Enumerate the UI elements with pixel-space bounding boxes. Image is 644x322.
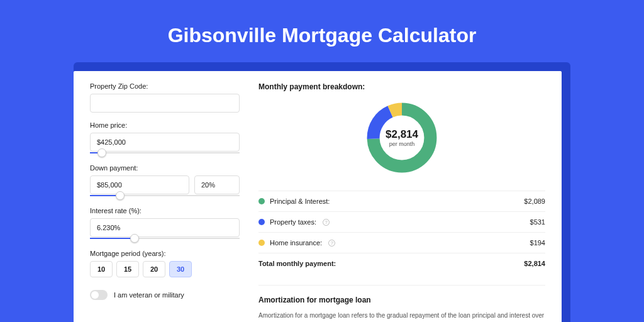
donut-center: $2,814 per month	[364, 100, 440, 175]
info-icon[interactable]: ?	[323, 219, 330, 226]
breakdown-label: Principal & Interest:	[270, 197, 330, 205]
breakdown-row: Property taxes:?$531	[258, 211, 545, 232]
breakdown-list: Principal & Interest:$2,089Property taxe…	[258, 191, 545, 253]
page-title: Gibsonville Mortgage Calculator	[0, 0, 644, 62]
zip-field-group: Property Zip Code:	[90, 82, 240, 113]
slider-thumb[interactable]	[130, 234, 139, 243]
home-price-label: Home price:	[90, 121, 240, 129]
zip-input[interactable]	[90, 94, 240, 113]
donut-chart-wrap: $2,814 per month	[258, 100, 545, 175]
veteran-label: I am veteran or military	[114, 291, 184, 299]
veteran-toggle-row: I am veteran or military	[90, 290, 240, 300]
home-price-field-group: Home price:	[90, 121, 240, 155]
down-payment-percent-input[interactable]	[194, 175, 240, 194]
info-icon[interactable]: ?	[328, 240, 335, 247]
toggle-knob	[91, 291, 99, 299]
breakdown-total-row: Total monthly payment: $2,814	[258, 253, 545, 274]
donut-amount: $2,814	[386, 128, 418, 141]
interest-rate-label: Interest rate (%):	[90, 207, 240, 214]
legend-dot	[258, 240, 265, 246]
interest-rate-field-group: Interest rate (%):	[90, 207, 240, 241]
breakdown-row: Home insurance:?$194	[258, 232, 545, 253]
inputs-column: Property Zip Code: Home price: Down paym…	[90, 82, 240, 322]
breakdown-title: Monthly payment breakdown:	[258, 82, 545, 91]
breakdown-value: $531	[530, 218, 545, 226]
total-value: $2,814	[524, 260, 545, 267]
breakdown-value: $194	[530, 239, 545, 247]
breakdown-label: Home insurance:	[270, 239, 322, 247]
legend-dot	[258, 219, 265, 225]
amortization-section: Amortization for mortgage loan Amortizat…	[258, 285, 545, 322]
down-payment-slider[interactable]	[90, 193, 240, 198]
donut-sub: per month	[389, 141, 415, 147]
total-label: Total monthly payment:	[258, 260, 336, 267]
amortization-title: Amortization for mortgage loan	[258, 296, 545, 304]
mortgage-period-label: Mortgage period (years):	[90, 250, 240, 257]
interest-rate-slider[interactable]	[90, 236, 240, 241]
slider-thumb[interactable]	[116, 191, 125, 200]
period-button-10[interactable]: 10	[90, 261, 113, 277]
mortgage-period-options: 10152030	[90, 261, 240, 277]
interest-rate-input[interactable]	[90, 218, 240, 237]
period-button-15[interactable]: 15	[116, 261, 139, 277]
breakdown-label: Property taxes:	[270, 218, 316, 226]
legend-dot	[258, 198, 265, 204]
donut-chart: $2,814 per month	[364, 100, 440, 175]
veteran-toggle[interactable]	[90, 290, 108, 300]
amortization-text: Amortization for a mortgage loan refers …	[258, 311, 545, 322]
down-payment-amount-input[interactable]	[90, 175, 189, 194]
card-shadow: Property Zip Code: Home price: Down paym…	[74, 62, 570, 322]
home-price-slider[interactable]	[90, 150, 240, 155]
breakdown-row: Principal & Interest:$2,089	[258, 191, 545, 211]
zip-label: Property Zip Code:	[90, 82, 240, 90]
results-column: Monthly payment breakdown: $2,814 per mo…	[258, 82, 545, 322]
mortgage-period-field-group: Mortgage period (years): 10152030	[90, 250, 240, 277]
period-button-30[interactable]: 30	[169, 261, 192, 277]
period-button-20[interactable]: 20	[143, 261, 165, 277]
down-payment-label: Down payment:	[90, 164, 240, 172]
down-payment-field-group: Down payment:	[90, 164, 240, 198]
calculator-card: Property Zip Code: Home price: Down paym…	[74, 71, 562, 322]
slider-thumb[interactable]	[97, 148, 106, 157]
home-price-input[interactable]	[90, 133, 240, 152]
breakdown-value: $2,089	[524, 197, 545, 205]
